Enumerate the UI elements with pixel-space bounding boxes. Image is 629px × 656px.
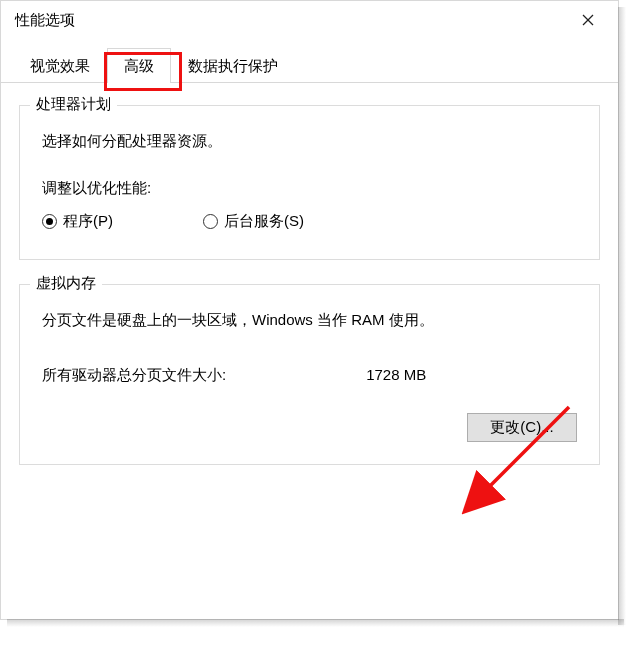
processor-scheduling-group: 处理器计划 选择如何分配处理器资源。 调整以优化性能: 程序(P) 后台服务(S… [19,105,600,260]
virtual-memory-group: 虚拟内存 分页文件是硬盘上的一块区域，Windows 当作 RAM 使用。 所有… [19,284,600,465]
performance-options-dialog: 性能选项 视觉效果 高级 数据执行保护 处理器计划 选择如何分配处理器资源。 调… [0,0,619,620]
close-icon [582,14,594,26]
vm-total-label: 所有驱动器总分页文件大小: [42,366,226,385]
window-shadow [7,619,624,627]
radio-programs-label: 程序(P) [63,212,113,231]
processor-radio-row: 程序(P) 后台服务(S) [42,212,577,231]
tab-row: 视觉效果 高级 数据执行保护 [1,43,618,83]
processor-subhead: 调整以优化性能: [42,179,577,198]
tab-visual-effects[interactable]: 视觉效果 [13,48,107,83]
titlebar: 性能选项 [1,1,618,43]
vm-desc: 分页文件是硬盘上的一块区域，Windows 当作 RAM 使用。 [42,311,577,330]
radio-background-services[interactable]: 后台服务(S) [203,212,304,231]
tab-content-advanced: 处理器计划 选择如何分配处理器资源。 调整以优化性能: 程序(P) 后台服务(S… [1,83,618,507]
dialog-title: 性能选项 [15,11,75,30]
vm-total-value: 1728 MB [366,366,426,385]
tab-dep[interactable]: 数据执行保护 [171,48,295,83]
tab-advanced[interactable]: 高级 [107,48,171,83]
processor-legend: 处理器计划 [30,95,117,114]
close-button[interactable] [566,5,610,35]
radio-programs[interactable]: 程序(P) [42,212,113,231]
change-button[interactable]: 更改(C)... [467,413,577,442]
vm-button-row: 更改(C)... [42,413,577,442]
radio-dot-icon [42,214,57,229]
processor-desc: 选择如何分配处理器资源。 [42,132,577,151]
radio-services-label: 后台服务(S) [224,212,304,231]
vm-total-row: 所有驱动器总分页文件大小: 1728 MB [42,366,577,385]
radio-dot-icon [203,214,218,229]
window-shadow [618,7,626,625]
vm-legend: 虚拟内存 [30,274,102,293]
